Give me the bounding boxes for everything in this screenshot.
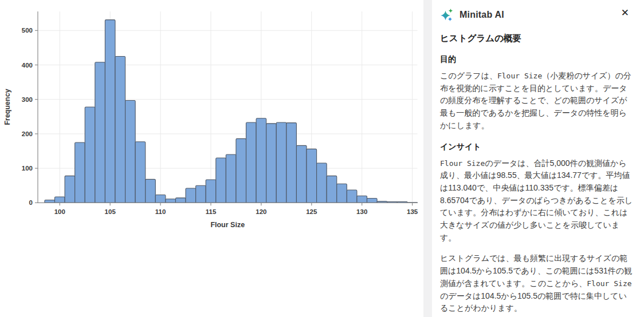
minitab-ai-sparkle-icon xyxy=(440,8,454,22)
histogram-chart-pane: 1001051101151201251301350100200300400500… xyxy=(0,0,423,317)
x-tick-label: 115 xyxy=(206,208,217,215)
histogram-bar[interactable] xyxy=(307,149,317,203)
y-tick-label: 100 xyxy=(22,165,33,172)
variable-name: Flour Size xyxy=(440,159,485,168)
x-tick-label: 100 xyxy=(54,208,65,215)
histogram-bar[interactable] xyxy=(85,107,95,203)
histogram-bar[interactable] xyxy=(115,56,125,203)
histogram-bar[interactable] xyxy=(367,198,377,203)
y-tick-label: 500 xyxy=(22,27,33,34)
close-icon[interactable]: ✕ xyxy=(620,7,630,19)
histogram-bar[interactable] xyxy=(286,123,297,203)
histogram-bar[interactable] xyxy=(327,176,337,203)
histogram-bar[interactable] xyxy=(125,101,136,203)
text-segment: のデータは104.5から105.5の範囲で特に集中していることがわかります。 xyxy=(440,291,627,313)
histogram-bar[interactable] xyxy=(206,180,216,203)
variable-name: Flour Size xyxy=(587,279,631,288)
histogram-bar[interactable] xyxy=(105,20,115,203)
histogram-bar[interactable] xyxy=(55,197,65,203)
histogram-bar[interactable] xyxy=(266,124,277,203)
purpose-heading: 目的 xyxy=(440,54,633,65)
pane-divider[interactable] xyxy=(423,0,432,317)
histogram-bar[interactable] xyxy=(45,200,55,203)
variable-name: Flour Size xyxy=(497,72,542,80)
x-axis-title: Flour Size xyxy=(210,221,245,229)
text-segment: のデータは、合計5,000件の観測値から成り、最小値は98.55、最大値は134… xyxy=(440,158,633,242)
histogram-bar[interactable] xyxy=(65,176,75,203)
histogram-bar[interactable] xyxy=(276,122,286,203)
y-axis-title: Frequency xyxy=(3,89,11,125)
histogram-bar[interactable] xyxy=(196,185,206,203)
app-window: 1001051101151201251301350100200300400500… xyxy=(0,0,644,317)
histogram-bar[interactable] xyxy=(236,138,246,203)
y-tick-label: 0 xyxy=(29,199,33,206)
section-insights: インサイト Flour Sizeのデータは、合計5,000件の観測値から成り、最… xyxy=(440,142,633,317)
insights-paragraph-1: Flour Sizeのデータは、合計5,000件の観測値から成り、最小値は98.… xyxy=(440,157,633,244)
panel-header: Minitab AI ✕ xyxy=(440,7,633,23)
histogram-bar[interactable] xyxy=(296,145,307,203)
histogram-bar[interactable] xyxy=(95,62,105,203)
x-tick-label: 110 xyxy=(155,208,166,215)
histogram-bar[interactable] xyxy=(75,142,85,203)
insights-heading: インサイト xyxy=(440,142,633,152)
histogram-bar[interactable] xyxy=(337,184,347,203)
histogram-bar[interactable] xyxy=(256,118,266,203)
histogram-bar[interactable] xyxy=(166,199,176,203)
histogram-bar[interactable] xyxy=(175,198,186,203)
histogram-chart: 1001051101151201251301350100200300400500… xyxy=(0,0,423,240)
histogram-bar[interactable] xyxy=(155,195,166,203)
insights-paragraph-2: ヒストグラムでは、最も頻繁に出現するサイズの範囲は104.5から105.5であり… xyxy=(440,252,633,315)
x-tick-label: 130 xyxy=(356,208,367,215)
histogram-bar[interactable] xyxy=(317,163,327,203)
histogram-bar[interactable] xyxy=(347,190,357,203)
histogram-bar[interactable] xyxy=(135,142,146,203)
x-tick-label: 105 xyxy=(105,208,116,215)
y-tick-label: 300 xyxy=(22,96,33,103)
section-purpose: 目的 このグラフは、Flour Size（小麦粉のサイズ）の分布を視覚的に示すこ… xyxy=(440,54,633,132)
x-tick-label: 120 xyxy=(256,208,266,215)
histogram-bar[interactable] xyxy=(146,179,156,203)
histogram-bar[interactable] xyxy=(186,188,196,203)
text-segment: このグラフは、 xyxy=(440,71,497,80)
y-tick-label: 400 xyxy=(22,62,33,69)
x-tick-label: 125 xyxy=(306,208,317,215)
summary-heading: ヒストグラムの概要 xyxy=(440,33,633,45)
histogram-bar[interactable] xyxy=(246,122,257,203)
panel-title: Minitab AI xyxy=(460,10,504,20)
y-tick-label: 200 xyxy=(22,130,33,137)
x-tick-label: 135 xyxy=(407,208,418,215)
purpose-paragraph: このグラフは、Flour Size（小麦粉のサイズ）の分布を視覚的に示すことを目… xyxy=(440,70,633,132)
histogram-bar[interactable] xyxy=(216,158,226,203)
minitab-ai-panel: Minitab AI ✕ ヒストグラムの概要 目的 このグラフは、Flour S… xyxy=(432,0,644,317)
histogram-bar[interactable] xyxy=(357,196,367,203)
histogram-bar[interactable] xyxy=(226,154,236,203)
